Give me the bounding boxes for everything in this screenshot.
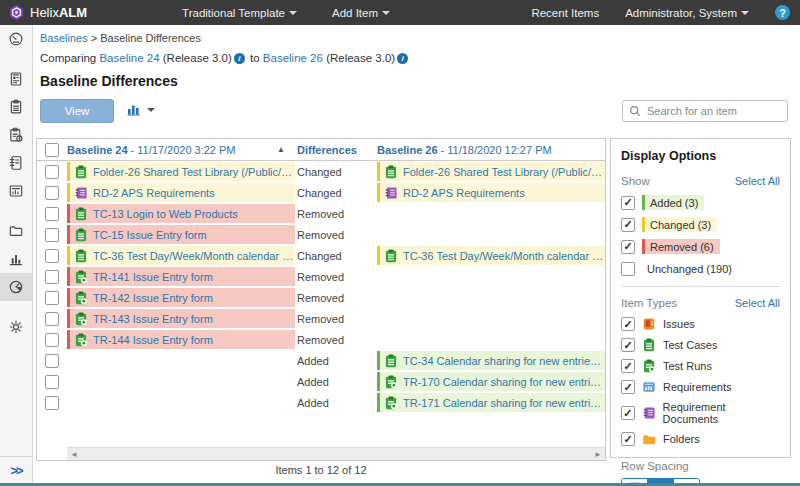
scroll-left-icon[interactable]: ◄ <box>70 450 78 459</box>
row-select-cell <box>37 287 67 308</box>
item-link[interactable]: TC-34 Calendar sharing for new entries/b… <box>403 355 605 367</box>
item-entry: TC-34 Calendar sharing for new entries/b… <box>377 351 605 370</box>
item-link[interactable]: TR-170 Calendar sharing for new entries/… <box>403 376 605 388</box>
sidebar-item-settings[interactable] <box>0 313 32 341</box>
row-checkbox[interactable] <box>45 249 59 263</box>
chart-dropdown-button[interactable] <box>126 101 155 117</box>
column-header-baseline-26[interactable]: Baseline 26- 11/18/2020 12:27 PM <box>377 144 605 156</box>
item-types-label: Item Types <box>621 297 677 309</box>
info-icon[interactable]: i <box>397 53 408 64</box>
test-run-icon <box>384 375 398 389</box>
item-entry: Folder-26 Shared Test Library (/Public/S… <box>377 162 605 181</box>
view-button[interactable]: View <box>40 99 114 123</box>
filter-checkbox[interactable] <box>621 218 635 232</box>
item-type-checkbox[interactable] <box>621 432 635 446</box>
show-filter-none: Unchanged (190) <box>621 261 780 276</box>
info-icon[interactable]: i <box>234 53 245 64</box>
display-options-title: Display Options <box>621 149 780 163</box>
menu-add-item[interactable]: Add Item <box>332 7 390 19</box>
sidebar-expand-button[interactable]: >> <box>0 456 32 483</box>
item-entry: RD-2 APS Requirements <box>377 183 605 202</box>
row-checkbox[interactable] <box>45 270 59 284</box>
bar-chart-icon <box>126 101 142 117</box>
show-select-all-link[interactable]: Select All <box>735 175 780 187</box>
item-link[interactable]: TR-143 Issue Entry form <box>93 313 213 325</box>
reports-icon <box>8 251 24 267</box>
row-select-cell <box>37 161 67 182</box>
row-checkbox[interactable] <box>45 291 59 305</box>
select-all-checkbox[interactable] <box>45 143 59 157</box>
item-link[interactable]: TC-13 Login to Web Products <box>93 208 238 220</box>
table-row: AddedTR-170 Calendar sharing for new ent… <box>37 371 605 392</box>
item-types-select-all-link[interactable]: Select All <box>735 297 780 309</box>
item-link[interactable]: Folder-26 Shared Test Library (/Public/S… <box>93 166 295 178</box>
baseline-26-cell <box>377 287 605 308</box>
item-type-checkbox[interactable] <box>621 317 635 331</box>
sidebar-item-requirement-documents[interactable] <box>0 149 32 177</box>
sidebar-item-requirements[interactable] <box>0 177 32 205</box>
sort-asc-icon: ▲ <box>277 145 285 154</box>
sidebar-item-folders[interactable] <box>0 217 32 245</box>
item-type-requirement-documents: Requirement Documents <box>621 401 780 425</box>
search-input[interactable] <box>645 104 781 118</box>
item-type-checkbox[interactable] <box>621 338 635 352</box>
item-link[interactable]: TR-141 Issue Entry form <box>93 271 213 283</box>
column-header-differences[interactable]: Differences <box>295 144 377 156</box>
filter-checkbox[interactable] <box>621 196 635 210</box>
item-type-requirements: Requirements <box>621 380 780 394</box>
item-link[interactable]: Folder-26 Shared Test Library (/Public/S… <box>403 166 605 178</box>
item-link[interactable]: TR-144 Issue Entry form <box>93 334 213 346</box>
item-link[interactable]: TR-171 Calendar sharing for new entries/… <box>403 397 605 409</box>
baseline-26-link[interactable]: Baseline 26 <box>263 52 323 64</box>
filter-checkbox[interactable] <box>621 262 635 276</box>
recent-items-link[interactable]: Recent Items <box>531 7 599 19</box>
item-link[interactable]: TC-36 Test Day/Week/Month calendar views <box>93 250 295 262</box>
folders-icon <box>8 223 24 239</box>
difference-label: Changed <box>295 182 377 203</box>
row-select-cell <box>37 266 67 287</box>
baseline-26-cell: TC-36 Test Day/Week/Month calendar views <box>377 245 605 266</box>
table-row: TR-144 Issue Entry formRemoved <box>37 329 605 350</box>
item-link[interactable]: TR-142 Issue Entry form <box>93 292 213 304</box>
breadcrumb-baselines-link[interactable]: Baselines <box>40 32 88 44</box>
item-link[interactable]: RD-2 APS Requirements <box>403 187 525 199</box>
item-link[interactable]: TC-36 Test Day/Week/Month calendar views <box>403 250 605 262</box>
scroll-right-icon[interactable]: ► <box>594 450 602 459</box>
row-checkbox[interactable] <box>45 312 59 326</box>
item-link[interactable]: RD-2 APS Requirements <box>93 187 215 199</box>
row-checkbox[interactable] <box>45 333 59 347</box>
test-case-icon <box>74 228 88 242</box>
row-checkbox[interactable] <box>45 396 59 410</box>
sidebar-item-test-cases[interactable] <box>0 93 32 121</box>
row-checkbox[interactable] <box>45 375 59 389</box>
item-type-checkbox[interactable] <box>621 380 635 394</box>
sidebar-item-reports[interactable] <box>0 245 32 273</box>
sidebar-item-dashboard[interactable] <box>0 25 32 53</box>
user-menu[interactable]: Administrator, System <box>625 7 749 19</box>
row-checkbox[interactable] <box>45 354 59 368</box>
baseline-26-cell <box>377 224 605 245</box>
test-case-icon <box>74 165 88 179</box>
item-link[interactable]: TC-15 Issue Entry form <box>93 229 207 241</box>
item-type-checkbox[interactable] <box>621 359 635 373</box>
row-checkbox[interactable] <box>45 207 59 221</box>
menu-traditional-template[interactable]: Traditional Template <box>182 7 297 19</box>
row-checkbox[interactable] <box>45 186 59 200</box>
help-icon[interactable]: ? <box>775 5 790 20</box>
row-select-cell <box>37 392 67 413</box>
row-select-cell <box>37 203 67 224</box>
row-checkbox[interactable] <box>45 228 59 242</box>
item-type-folders: Folders <box>621 432 780 446</box>
item-type-checkbox[interactable] <box>621 406 635 420</box>
baseline-24-link[interactable]: Baseline 24 <box>99 52 159 64</box>
sidebar-item-issues[interactable] <box>0 65 32 93</box>
sidebar-item-test-runs[interactable] <box>0 121 32 149</box>
baseline-26-cell: RD-2 APS Requirements <box>377 182 605 203</box>
settings-icon <box>8 319 24 335</box>
sidebar-item-baselines[interactable] <box>0 273 32 301</box>
column-header-baseline-24[interactable]: Baseline 24- 11/17/2020 3:22 PM ▲ <box>67 144 295 156</box>
requirement-documents-icon <box>8 155 24 171</box>
row-checkbox[interactable] <box>45 165 59 179</box>
filter-checkbox[interactable] <box>621 240 635 254</box>
horizontal-scrollbar[interactable]: ◄ ► <box>67 447 605 460</box>
